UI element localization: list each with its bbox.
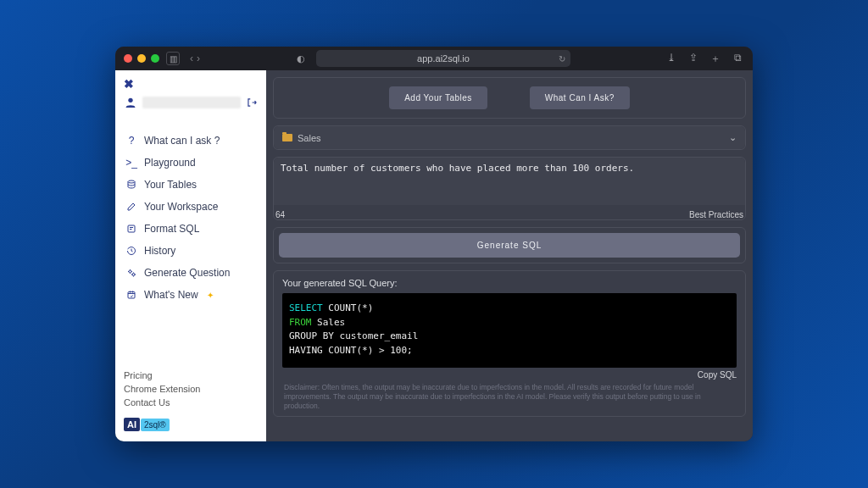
url-text: app.ai2sql.io xyxy=(417,53,470,64)
refresh-icon[interactable]: ↻ xyxy=(559,54,565,64)
nav-whats-new[interactable]: What's New✦ xyxy=(115,284,266,306)
maximize-window-dot[interactable] xyxy=(151,54,159,63)
back-button[interactable]: ‹ xyxy=(190,53,193,64)
privacy-shield-icon[interactable]: ◐ xyxy=(294,52,308,65)
brand-logo: AI2sql® xyxy=(124,416,170,433)
terminal-icon: >_ xyxy=(125,157,137,169)
footer-pricing[interactable]: Pricing xyxy=(124,369,258,382)
footer-chrome-extension[interactable]: Chrome Extension xyxy=(124,382,258,396)
svg-point-3 xyxy=(129,270,131,273)
disclaimer-text: Disclaimer: Often times, the output may … xyxy=(282,380,737,411)
forward-button[interactable]: › xyxy=(197,53,200,64)
dataset-select-card: Sales ⌄ xyxy=(273,125,746,150)
result-title: Your generated SQL Query: xyxy=(282,278,737,288)
folder-icon xyxy=(282,134,292,141)
nav-arrows: ‹ › xyxy=(190,53,200,64)
edit-icon xyxy=(125,202,137,212)
user-avatar-icon xyxy=(124,96,137,109)
chevron-down-icon: ⌄ xyxy=(729,132,737,143)
titlebar: ▥ ‹ › ◐ app.ai2sql.io ↻ ⤓ ⇪ ＋ ⧉ xyxy=(115,47,753,70)
svg-point-1 xyxy=(128,180,135,183)
copy-sql-button[interactable]: Copy SQL xyxy=(282,368,737,380)
window-controls xyxy=(124,54,159,63)
signout-icon[interactable] xyxy=(246,97,258,108)
nav-format-sql[interactable]: Format SQL xyxy=(115,218,266,240)
minimize-window-dot[interactable] xyxy=(137,54,146,63)
nav-history[interactable]: History xyxy=(115,240,266,262)
add-tables-button[interactable]: Add Your Tables xyxy=(389,86,487,109)
new-tab-icon[interactable]: ＋ xyxy=(709,52,722,66)
nav-list: ?What can I ask ? >_Playground Your Tabl… xyxy=(115,130,266,306)
database-icon xyxy=(125,180,137,190)
sql-output: SELECT COUNT(*) FROM Sales GROUP BY cust… xyxy=(282,293,737,368)
svg-point-4 xyxy=(132,274,135,276)
generate-sql-button[interactable]: Generate SQL xyxy=(279,233,740,258)
tabs-icon[interactable]: ⧉ xyxy=(731,52,744,66)
user-name xyxy=(142,97,241,108)
close-window-dot[interactable] xyxy=(124,54,132,63)
what-can-i-ask-button[interactable]: What Can I Ask? xyxy=(530,86,630,109)
question-icon: ? xyxy=(125,135,137,147)
close-sidebar-icon[interactable]: ✖ xyxy=(124,77,258,91)
dataset-select[interactable]: Sales ⌄ xyxy=(274,126,745,149)
sparkle-icon: ✦ xyxy=(207,291,214,300)
nav-generate-question[interactable]: Generate Question xyxy=(115,262,266,284)
query-input[interactable] xyxy=(274,158,745,205)
footer-contact[interactable]: Contact Us xyxy=(124,396,258,409)
char-count: 64 xyxy=(275,210,285,219)
gears-icon xyxy=(125,268,137,278)
download-icon[interactable]: ⤓ xyxy=(665,52,678,66)
best-practices-link[interactable]: Best Practices xyxy=(689,210,743,219)
history-icon xyxy=(125,246,137,256)
content-area: Add Your Tables What Can I Ask? Sales ⌄ … xyxy=(266,70,753,441)
top-actions-card: Add Your Tables What Can I Ask? xyxy=(273,77,746,119)
browser-window: ▥ ‹ › ◐ app.ai2sql.io ↻ ⤓ ⇪ ＋ ⧉ ✖ xyxy=(115,47,753,441)
nav-workspace[interactable]: Your Workspace xyxy=(115,196,266,218)
url-bar[interactable]: app.ai2sql.io ↻ xyxy=(316,50,570,67)
calendar-icon xyxy=(125,290,137,300)
sidebar-toggle-icon[interactable]: ▥ xyxy=(166,52,180,65)
share-icon[interactable]: ⇪ xyxy=(687,52,700,66)
nav-your-tables[interactable]: Your Tables xyxy=(115,174,266,196)
sidebar: ✖ ?What can I ask ? >_Playground Your Ta… xyxy=(115,70,266,441)
result-card: Your generated SQL Query: SELECT COUNT(*… xyxy=(273,270,746,417)
nav-playground[interactable]: >_Playground xyxy=(115,152,266,174)
format-icon xyxy=(125,224,137,234)
generate-card: Generate SQL xyxy=(273,227,746,263)
nav-what-can-i-ask[interactable]: ?What can I ask ? xyxy=(115,130,266,152)
query-card: 64 Best Practices xyxy=(273,157,746,220)
svg-point-0 xyxy=(128,98,132,103)
